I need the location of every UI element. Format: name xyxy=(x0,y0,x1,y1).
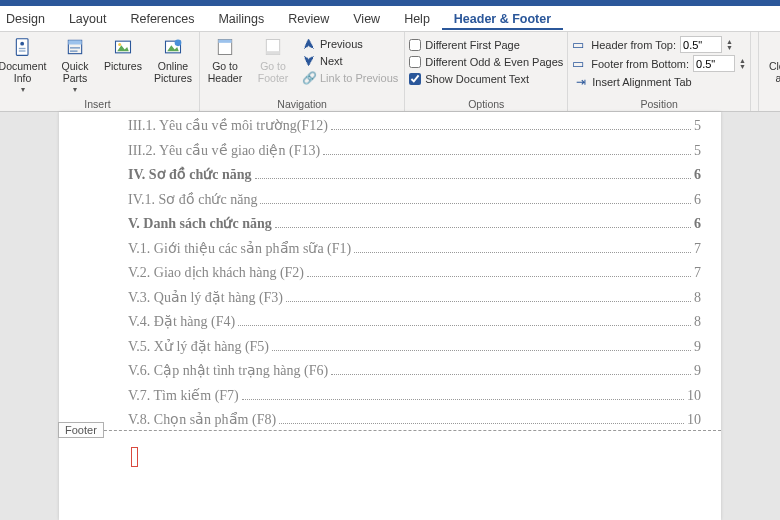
pictures-label: Pictures xyxy=(104,61,142,73)
toc-leader xyxy=(331,374,691,375)
footer-separator xyxy=(59,430,721,431)
different-odd-even-checkbox[interactable]: Different Odd & Even Pages xyxy=(409,55,563,69)
toc-row: V.8. Chọn sản phẩm (F8)10 xyxy=(128,408,701,433)
page[interactable]: III.1. Yêu cầu về môi trường(F12)5III.2.… xyxy=(59,112,721,520)
footer-from-bottom-input[interactable] xyxy=(693,55,735,72)
toc-text: V.3. Quản lý đặt hàng (F3) xyxy=(128,286,283,311)
goto-footer-label: Go toFooter xyxy=(258,61,288,84)
insert-alignment-tab-label: Insert Alignment Tab xyxy=(592,76,691,88)
group-navigation-label: Navigation xyxy=(204,97,400,110)
toc-row: III.2. Yêu cầu về giao diện (F13)5 xyxy=(128,139,701,164)
toc-leader xyxy=(331,129,691,130)
tab-view[interactable]: View xyxy=(341,8,392,30)
online-pictures-label: OnlinePictures xyxy=(154,61,192,84)
text-cursor xyxy=(131,447,138,467)
document-info-button[interactable]: DocumentInfo ▾ xyxy=(0,34,49,94)
svg-rect-9 xyxy=(70,50,78,52)
svg-point-12 xyxy=(118,43,121,46)
group-position-label: Position xyxy=(572,97,746,110)
online-pictures-button[interactable]: OnlinePictures xyxy=(151,34,195,84)
toc-page: 9 xyxy=(694,359,701,384)
insert-alignment-tab-button[interactable]: ⇥Insert Alignment Tab xyxy=(572,74,746,90)
goto-footer-icon xyxy=(262,36,284,58)
goto-header-button[interactable]: Go toHeader xyxy=(204,34,246,84)
toc-row: IV.1. Sơ đồ chức năng6 xyxy=(128,188,701,213)
show-document-text-checkbox[interactable]: Show Document Text xyxy=(409,72,563,86)
chevron-down-icon: ▾ xyxy=(73,85,77,94)
toc-leader xyxy=(260,203,691,204)
toc-page: 7 xyxy=(694,237,701,262)
toc-text: IV.1. Sơ đồ chức năng xyxy=(128,188,257,213)
tab-references[interactable]: References xyxy=(118,8,206,30)
tab-layout[interactable]: Layout xyxy=(57,8,119,30)
footer-tag: Footer xyxy=(58,422,104,438)
link-previous-label: Link to Previous xyxy=(320,72,398,84)
pictures-icon xyxy=(112,36,134,58)
pictures-button[interactable]: Pictures xyxy=(101,34,145,73)
alignment-tab-icon: ⇥ xyxy=(574,75,588,89)
table-of-contents: III.1. Yêu cầu về môi trường(F12)5III.2.… xyxy=(59,112,721,433)
footer-spinner[interactable]: ▲▼ xyxy=(739,58,746,70)
svg-rect-5 xyxy=(18,50,25,51)
previous-icon: ⮝ xyxy=(302,37,316,51)
header-from-top-input[interactable] xyxy=(680,36,722,53)
toc-row: V.5. Xử lý đặt hàng (F5)9 xyxy=(128,335,701,360)
toc-text: V.1. Giới thiệu các sản phẩm sữa (F1) xyxy=(128,237,351,262)
toc-leader xyxy=(279,423,684,424)
show-document-text-label: Show Document Text xyxy=(425,73,529,85)
toc-row: V.2. Giao dịch khách hàng (F2)7 xyxy=(128,261,701,286)
toc-leader xyxy=(323,154,691,155)
footer-from-bottom-row: ▭ Footer from Bottom: ▲▼ xyxy=(572,55,746,72)
header-from-top-label: Header from Top: xyxy=(591,39,676,51)
different-first-page-checkbox[interactable]: Different First Page xyxy=(409,38,563,52)
tab-review[interactable]: Review xyxy=(276,8,341,30)
toc-leader xyxy=(242,399,684,400)
toc-page: 6 xyxy=(694,212,701,237)
group-insert-label: Insert xyxy=(0,97,195,110)
tab-header-footer[interactable]: Header & Footer xyxy=(442,8,563,30)
toc-page: 5 xyxy=(694,114,701,139)
goto-header-icon xyxy=(214,36,236,58)
svg-rect-2 xyxy=(16,39,28,56)
toc-page: 10 xyxy=(687,408,701,433)
different-odd-even-label: Different Odd & Even Pages xyxy=(425,56,563,68)
toc-page: 6 xyxy=(694,188,701,213)
group-options-label: Options xyxy=(409,97,563,110)
tab-mailings[interactable]: Mailings xyxy=(206,8,276,30)
tab-help[interactable]: Help xyxy=(392,8,442,30)
previous-button[interactable]: ⮝Previous xyxy=(300,36,400,52)
group-position: ▭ Header from Top: ▲▼ ▭ Footer from Bott… xyxy=(568,32,751,111)
link-to-previous-button: 🔗Link to Previous xyxy=(300,70,400,86)
toc-text: V.4. Đặt hàng (F4) xyxy=(128,310,235,335)
online-pictures-icon xyxy=(162,36,184,58)
goto-header-label: Go toHeader xyxy=(208,61,242,84)
svg-rect-19 xyxy=(266,51,279,54)
svg-rect-8 xyxy=(70,47,80,49)
header-spinner[interactable]: ▲▼ xyxy=(726,39,733,51)
svg-point-3 xyxy=(20,42,24,46)
svg-rect-17 xyxy=(218,40,231,43)
toc-text: V.2. Giao dịch khách hàng (F2) xyxy=(128,261,304,286)
next-label: Next xyxy=(320,55,343,67)
toc-page: 9 xyxy=(694,335,701,360)
different-first-page-label: Different First Page xyxy=(425,39,520,51)
toc-row: V.1. Giới thiệu các sản phẩm sữa (F1)7 xyxy=(128,237,701,262)
svg-rect-7 xyxy=(68,40,81,44)
toc-row: IV. Sơ đồ chức năng 6 xyxy=(128,163,701,188)
group-insert: ▾ DocumentInfo ▾ QuickParts ▾ P xyxy=(0,32,200,111)
toc-text: V.8. Chọn sản phẩm (F8) xyxy=(128,408,276,433)
next-icon: ⮟ xyxy=(302,54,316,68)
toc-leader xyxy=(238,325,691,326)
previous-label: Previous xyxy=(320,38,363,50)
tab-design[interactable]: Design xyxy=(4,8,57,30)
close-header-footer-button[interactable]: Close Headerand Footer xyxy=(763,34,780,84)
next-button[interactable]: ⮟Next xyxy=(300,53,400,69)
toc-text: V. Danh sách chức năng xyxy=(128,212,272,237)
goto-footer-button: Go toFooter xyxy=(252,34,294,84)
toc-row: III.1. Yêu cầu về môi trường(F12)5 xyxy=(128,114,701,139)
toc-leader xyxy=(286,301,691,302)
quick-parts-button[interactable]: QuickParts ▾ xyxy=(55,34,95,94)
quick-parts-icon xyxy=(64,36,86,58)
document-area: III.1. Yêu cầu về môi trường(F12)5III.2.… xyxy=(0,112,780,520)
quick-parts-label: QuickParts xyxy=(62,61,89,84)
